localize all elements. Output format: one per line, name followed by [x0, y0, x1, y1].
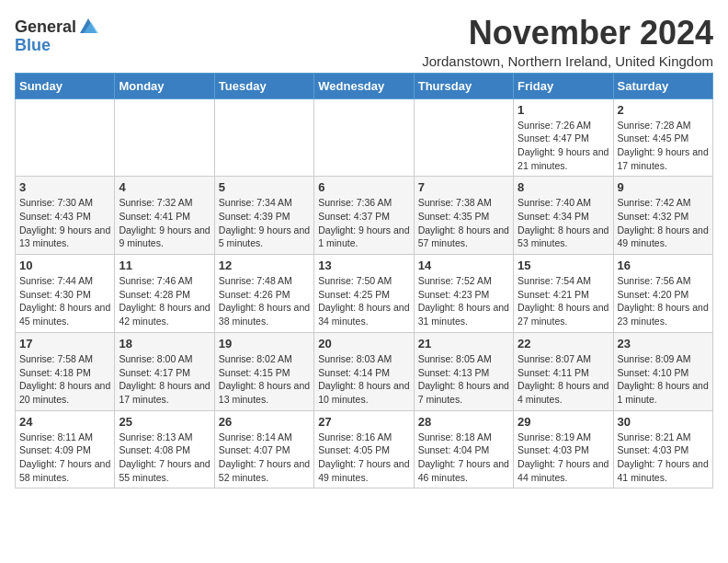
day-info: Sunrise: 7:46 AM Sunset: 4:28 PM Dayligh…	[119, 274, 210, 328]
calendar-cell: 15Sunrise: 7:54 AM Sunset: 4:21 PM Dayli…	[514, 255, 613, 333]
day-info: Sunrise: 8:13 AM Sunset: 4:08 PM Dayligh…	[119, 431, 210, 485]
calendar-header-saturday: Saturday	[613, 73, 712, 98]
day-info: Sunrise: 8:14 AM Sunset: 4:07 PM Dayligh…	[219, 431, 310, 485]
day-number: 3	[19, 180, 110, 194]
day-number: 21	[418, 337, 509, 350]
day-info: Sunrise: 8:02 AM Sunset: 4:15 PM Dayligh…	[219, 352, 310, 407]
calendar-header-friday: Friday	[514, 73, 613, 98]
calendar-header-thursday: Thursday	[414, 73, 513, 98]
calendar-cell: 25Sunrise: 8:13 AM Sunset: 4:08 PM Dayli…	[115, 410, 214, 488]
calendar-cell: 14Sunrise: 7:52 AM Sunset: 4:23 PM Dayli…	[414, 255, 513, 333]
day-number: 1	[518, 103, 609, 117]
day-number: 29	[518, 415, 609, 429]
logo: General Blue	[15, 18, 98, 55]
calendar-cell: 4Sunrise: 7:32 AM Sunset: 4:41 PM Daylig…	[115, 177, 214, 255]
day-info: Sunrise: 7:42 AM Sunset: 4:32 PM Dayligh…	[618, 196, 709, 250]
calendar-cell: 30Sunrise: 8:21 AM Sunset: 4:03 PM Dayli…	[613, 410, 712, 488]
calendar-cell: 9Sunrise: 7:42 AM Sunset: 4:32 PM Daylig…	[613, 177, 712, 255]
day-number: 12	[219, 259, 310, 272]
calendar-cell: 8Sunrise: 7:40 AM Sunset: 4:34 PM Daylig…	[514, 177, 613, 255]
calendar-cell: 23Sunrise: 8:09 AM Sunset: 4:10 PM Dayli…	[613, 332, 712, 410]
day-info: Sunrise: 8:09 AM Sunset: 4:10 PM Dayligh…	[618, 352, 709, 407]
header: General Blue November 2024 Jordanstown, …	[15, 15, 713, 69]
month-title: November 2024	[422, 15, 713, 52]
day-info: Sunrise: 8:16 AM Sunset: 4:05 PM Dayligh…	[318, 431, 409, 485]
calendar-cell: 16Sunrise: 7:56 AM Sunset: 4:20 PM Dayli…	[613, 255, 712, 333]
day-info: Sunrise: 7:44 AM Sunset: 4:30 PM Dayligh…	[19, 274, 110, 328]
calendar-cell: 6Sunrise: 7:36 AM Sunset: 4:37 PM Daylig…	[314, 177, 414, 255]
calendar-week-2: 3Sunrise: 7:30 AM Sunset: 4:43 PM Daylig…	[16, 177, 713, 255]
title-area: November 2024 Jordanstown, Northern Irel…	[422, 15, 713, 69]
calendar-cell	[16, 98, 115, 177]
day-number: 22	[518, 337, 609, 350]
day-info: Sunrise: 7:26 AM Sunset: 4:47 PM Dayligh…	[518, 119, 609, 173]
calendar-cell: 12Sunrise: 7:48 AM Sunset: 4:26 PM Dayli…	[214, 255, 313, 333]
day-info: Sunrise: 7:32 AM Sunset: 4:41 PM Dayligh…	[119, 196, 210, 250]
calendar-cell: 18Sunrise: 8:00 AM Sunset: 4:17 PM Dayli…	[115, 332, 214, 410]
day-number: 4	[119, 180, 210, 194]
day-number: 20	[318, 337, 409, 350]
day-info: Sunrise: 7:50 AM Sunset: 4:25 PM Dayligh…	[318, 274, 409, 328]
day-number: 19	[219, 337, 310, 350]
day-info: Sunrise: 7:54 AM Sunset: 4:21 PM Dayligh…	[518, 274, 609, 328]
day-number: 7	[418, 180, 509, 194]
calendar-cell	[314, 98, 414, 177]
calendar-cell: 26Sunrise: 8:14 AM Sunset: 4:07 PM Dayli…	[214, 410, 313, 488]
day-info: Sunrise: 7:38 AM Sunset: 4:35 PM Dayligh…	[418, 196, 509, 250]
day-number: 8	[518, 180, 609, 194]
day-number: 15	[518, 259, 609, 272]
location-subtitle: Jordanstown, Northern Ireland, United Ki…	[422, 53, 713, 69]
logo-blue: Blue	[15, 37, 98, 55]
calendar-cell: 22Sunrise: 8:07 AM Sunset: 4:11 PM Dayli…	[514, 332, 613, 410]
calendar-header-monday: Monday	[115, 73, 214, 98]
calendar-table: SundayMondayTuesdayWednesdayThursdayFrid…	[15, 73, 713, 489]
calendar-header-sunday: Sunday	[16, 73, 115, 98]
calendar-cell: 28Sunrise: 8:18 AM Sunset: 4:04 PM Dayli…	[414, 410, 513, 488]
calendar-cell: 21Sunrise: 8:05 AM Sunset: 4:13 PM Dayli…	[414, 332, 513, 410]
day-number: 25	[119, 415, 210, 429]
day-number: 16	[618, 259, 709, 272]
day-number: 23	[618, 337, 709, 350]
day-number: 11	[119, 259, 210, 272]
day-info: Sunrise: 7:34 AM Sunset: 4:39 PM Dayligh…	[219, 196, 310, 250]
day-number: 9	[618, 180, 709, 194]
calendar-header-wednesday: Wednesday	[314, 73, 414, 98]
calendar-cell	[214, 98, 313, 177]
day-info: Sunrise: 8:21 AM Sunset: 4:03 PM Dayligh…	[618, 431, 709, 485]
day-number: 10	[19, 259, 110, 272]
calendar-week-3: 10Sunrise: 7:44 AM Sunset: 4:30 PM Dayli…	[16, 255, 713, 333]
day-info: Sunrise: 7:58 AM Sunset: 4:18 PM Dayligh…	[19, 352, 110, 407]
calendar-cell: 10Sunrise: 7:44 AM Sunset: 4:30 PM Dayli…	[16, 255, 115, 333]
calendar-cell: 5Sunrise: 7:34 AM Sunset: 4:39 PM Daylig…	[214, 177, 313, 255]
calendar-cell: 7Sunrise: 7:38 AM Sunset: 4:35 PM Daylig…	[414, 177, 513, 255]
day-number: 5	[219, 180, 310, 194]
day-number: 28	[418, 415, 509, 429]
calendar-cell: 2Sunrise: 7:28 AM Sunset: 4:45 PM Daylig…	[613, 98, 712, 177]
calendar-cell: 20Sunrise: 8:03 AM Sunset: 4:14 PM Dayli…	[314, 332, 414, 410]
day-info: Sunrise: 8:03 AM Sunset: 4:14 PM Dayligh…	[318, 352, 409, 407]
calendar-header-tuesday: Tuesday	[214, 73, 313, 98]
logo-general: General	[15, 18, 76, 37]
calendar-cell: 1Sunrise: 7:26 AM Sunset: 4:47 PM Daylig…	[514, 98, 613, 177]
calendar-cell: 19Sunrise: 8:02 AM Sunset: 4:15 PM Dayli…	[214, 332, 313, 410]
day-number: 13	[318, 259, 409, 272]
calendar-cell: 24Sunrise: 8:11 AM Sunset: 4:09 PM Dayli…	[16, 410, 115, 488]
day-info: Sunrise: 7:48 AM Sunset: 4:26 PM Dayligh…	[219, 274, 310, 328]
day-number: 17	[19, 337, 110, 350]
calendar-cell: 13Sunrise: 7:50 AM Sunset: 4:25 PM Dayli…	[314, 255, 414, 333]
calendar-week-5: 24Sunrise: 8:11 AM Sunset: 4:09 PM Dayli…	[16, 410, 713, 488]
calendar-cell: 3Sunrise: 7:30 AM Sunset: 4:43 PM Daylig…	[16, 177, 115, 255]
day-info: Sunrise: 8:05 AM Sunset: 4:13 PM Dayligh…	[418, 352, 509, 407]
day-number: 14	[418, 259, 509, 272]
day-number: 18	[119, 337, 210, 350]
day-number: 30	[618, 415, 709, 429]
day-info: Sunrise: 7:56 AM Sunset: 4:20 PM Dayligh…	[618, 274, 709, 328]
day-info: Sunrise: 7:28 AM Sunset: 4:45 PM Dayligh…	[618, 119, 709, 173]
day-info: Sunrise: 7:52 AM Sunset: 4:23 PM Dayligh…	[418, 274, 509, 328]
calendar-cell: 11Sunrise: 7:46 AM Sunset: 4:28 PM Dayli…	[115, 255, 214, 333]
day-number: 27	[318, 415, 409, 429]
day-number: 6	[318, 180, 409, 194]
calendar-cell: 27Sunrise: 8:16 AM Sunset: 4:05 PM Dayli…	[314, 410, 414, 488]
day-info: Sunrise: 7:36 AM Sunset: 4:37 PM Dayligh…	[318, 196, 409, 250]
day-info: Sunrise: 8:19 AM Sunset: 4:03 PM Dayligh…	[518, 431, 609, 485]
